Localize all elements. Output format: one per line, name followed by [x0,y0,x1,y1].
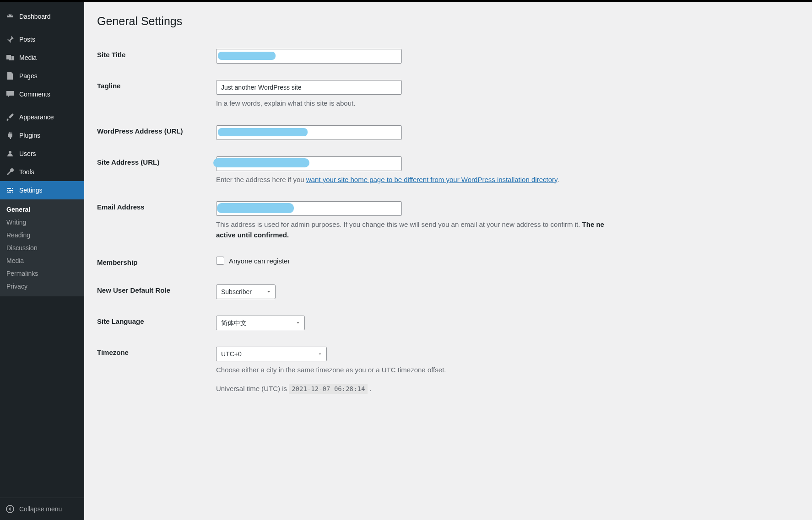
collapse-menu-label: Collapse menu [19,505,62,513]
brush-icon [5,113,15,122]
site-title-input[interactable] [216,49,402,64]
dashboard-icon [5,12,15,21]
language-select[interactable]: 简体中文 [216,316,305,330]
wp-address-input[interactable] [216,125,402,140]
sidebar-item-posts[interactable]: Posts [0,30,84,48]
sidebar-item-label: Posts [19,36,35,43]
media-icon [5,53,15,62]
comments-icon [5,90,15,99]
site-address-input[interactable] [216,156,402,171]
sidebar-item-label: Settings [19,187,43,194]
wrench-icon [5,167,15,177]
sidebar-item-label: Users [19,150,36,157]
sidebar-item-dashboard[interactable]: Dashboard [0,7,84,26]
label-site-title: Site Title [97,41,216,72]
settings-icon [5,186,15,195]
submenu-item-permalinks[interactable]: Permalinks [0,267,84,280]
sidebar-item-plugins[interactable]: Plugins [0,126,84,145]
collapse-icon [5,504,15,514]
sidebar-item-label: Plugins [19,132,40,139]
label-language: Site Language [97,307,216,338]
sidebar-item-label: Dashboard [19,13,51,20]
timezone-select[interactable]: UTC+0 [216,347,327,361]
membership-checkbox[interactable] [216,257,224,265]
submenu-item-privacy[interactable]: Privacy [0,280,84,293]
timezone-description-1: Choose either a city in the same timezon… [216,365,799,375]
sidebar-item-label: Comments [19,91,50,98]
sidebar-item-users[interactable]: Users [0,145,84,163]
email-description: This address is used for admin purposes.… [216,220,799,240]
label-tagline: Tagline [97,72,216,117]
sidebar-item-label: Media [19,54,37,61]
tagline-description: In a few words, explain what this site i… [216,98,799,109]
plug-icon [5,131,15,140]
label-timezone: Timezone [97,338,216,402]
sidebar-item-pages[interactable]: Pages [0,67,84,85]
users-icon [5,149,15,158]
membership-checkbox-wrap[interactable]: Anyone can register [216,257,799,265]
submenu-item-discussion[interactable]: Discussion [0,241,84,254]
pages-icon [5,71,15,80]
submenu-item-writing[interactable]: Writing [0,216,84,229]
label-membership: Membership [97,248,216,276]
submenu-item-general[interactable]: General [0,203,84,216]
main-content: General Settings Site Title Tagline In a… [84,2,812,520]
utc-time: 2021-12-07 06:28:14 [289,384,368,394]
label-site-address: Site Address (URL) [97,148,216,193]
label-email: Email Address [97,193,216,248]
sidebar-item-label: Tools [19,168,34,176]
sidebar-item-media[interactable]: Media [0,48,84,67]
submenu-item-reading[interactable]: Reading [0,229,84,241]
admin-sidebar: Dashboard Posts Media Pages Comments App… [0,2,84,520]
membership-checkbox-label: Anyone can register [229,257,290,265]
site-address-description: Enter the address here if you want your … [216,175,799,185]
sidebar-item-label: Appearance [19,113,54,121]
collapse-menu-button[interactable]: Collapse menu [0,498,84,520]
label-default-role: New User Default Role [97,276,216,307]
settings-submenu: General Writing Reading Discussion Media… [0,199,84,296]
timezone-description-2: Universal time (UTC) is 2021-12-07 06:28… [216,384,799,394]
submenu-item-media[interactable]: Media [0,254,84,267]
sidebar-item-tools[interactable]: Tools [0,163,84,181]
page-title: General Settings [97,15,799,28]
sidebar-item-comments[interactable]: Comments [0,85,84,103]
label-wp-address: WordPress Address (URL) [97,117,216,148]
default-role-select[interactable]: Subscriber [216,284,276,299]
email-input[interactable] [216,201,402,216]
tagline-input[interactable] [216,80,402,95]
sidebar-item-label: Pages [19,72,38,80]
site-address-help-link[interactable]: want your site home page to be different… [306,176,558,183]
pin-icon [5,35,15,44]
sidebar-item-appearance[interactable]: Appearance [0,108,84,126]
sidebar-item-settings[interactable]: Settings [0,181,84,199]
